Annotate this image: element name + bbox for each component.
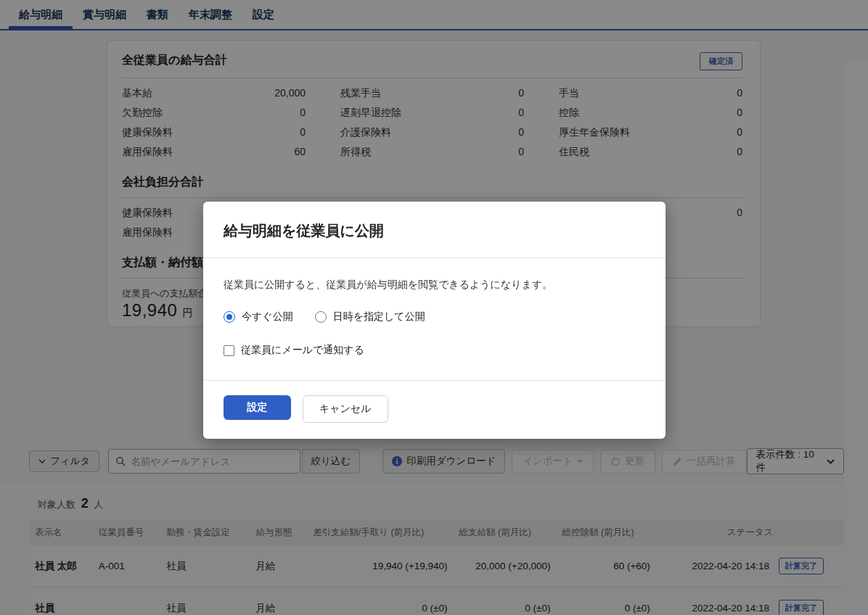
publish-scheduled-option[interactable]: 日時を指定して公開 (315, 310, 425, 323)
notify-by-email-row: 従業員にメールで通知する (224, 344, 645, 357)
modal-header: 給与明細を従業員に公開 (203, 202, 666, 257)
publish-now-label: 今すぐ公開 (242, 310, 293, 323)
radio-unchecked-icon[interactable] (315, 311, 327, 323)
notify-by-email-label: 従業員にメールで通知する (241, 344, 364, 357)
modal-footer: 設定 キャンセル (203, 380, 666, 439)
publish-payslip-modal: 給与明細を従業員に公開 従業員に公開すると、従業員が給与明細を閲覧できるようにな… (203, 202, 666, 439)
notify-by-email-option[interactable]: 従業員にメールで通知する (224, 344, 645, 357)
checkbox-unchecked-icon[interactable] (224, 345, 234, 356)
modal-description: 従業員に公開すると、従業員が給与明細を閲覧できるようになります。 (224, 277, 645, 292)
publish-now-option[interactable]: 今すぐ公開 (224, 310, 293, 323)
publish-scheduled-label: 日時を指定して公開 (333, 310, 425, 323)
cancel-button[interactable]: キャンセル (303, 395, 388, 423)
radio-checked-icon[interactable] (224, 311, 235, 323)
submit-button[interactable]: 設定 (224, 395, 291, 420)
modal-body: 従業員に公開すると、従業員が給与明細を閲覧できるようになります。 今すぐ公開 日… (203, 258, 666, 380)
modal-title: 給与明細を従業員に公開 (224, 221, 645, 241)
publish-timing-options: 今すぐ公開 日時を指定して公開 (224, 310, 645, 323)
